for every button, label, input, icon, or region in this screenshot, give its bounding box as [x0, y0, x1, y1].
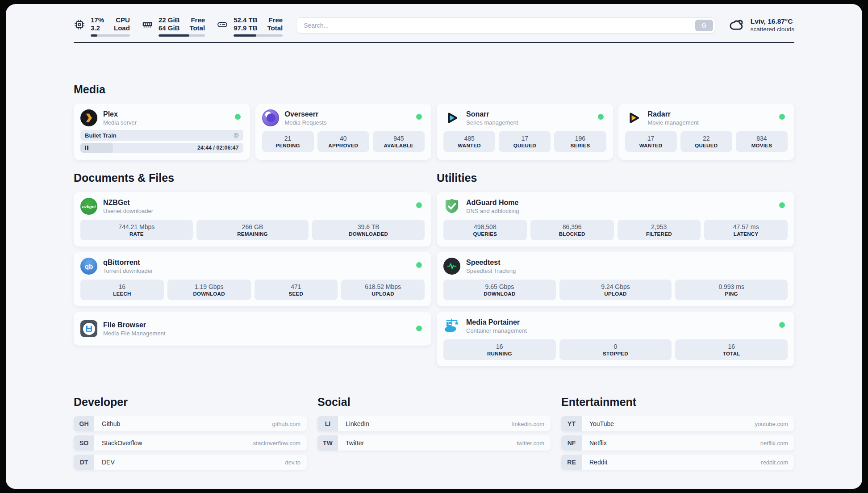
app-card-speedtest[interactable]: Speedtest Speedtest Tracking 9.65 Gbps D…: [437, 252, 794, 306]
bookmark-badge: RE: [561, 455, 582, 470]
cpu-usage-value: 17%: [91, 16, 104, 24]
stat-tile: 16 TOTAL: [675, 339, 788, 360]
cpu-label: CPU: [114, 16, 130, 24]
bookmark-twitter[interactable]: TW Twitter twitter.com: [317, 435, 551, 451]
section-title-entertainment: Entertainment: [561, 395, 794, 409]
status-dot: [779, 202, 785, 208]
bookmark-stackoverflow[interactable]: SO StackOverflow stackoverflow.com: [74, 435, 307, 451]
bookmark-badge: NF: [561, 435, 582, 451]
storage-free-value: 52.4 TB: [234, 16, 257, 24]
weather-condition: scattered clouds: [751, 25, 794, 33]
stat-tile: 39.6 TB DOWNLOADED: [312, 220, 425, 240]
status-dot: [235, 114, 241, 120]
stat-tile: 498,508 QUERIES: [443, 220, 527, 240]
plex-now-playing: Bullet Train 24:44 / 02:06:47: [80, 130, 243, 153]
stat-tile: 47.57 ms LATENCY: [704, 220, 788, 240]
section-title-developer: Developer: [74, 395, 307, 409]
app-card-nzbget[interactable]: nzbget NZBGet Usenet downloader 744.21 M…: [74, 192, 431, 246]
bookmark-badge: TW: [317, 435, 338, 451]
status-dot: [416, 114, 422, 120]
status-dot: [598, 114, 604, 120]
cpu-progress-bar: [91, 34, 130, 37]
stat-tile: 834 MOVIES: [736, 131, 788, 152]
stat-tile: 17 QUEUED: [499, 131, 551, 152]
bookmark-badge: YT: [561, 416, 582, 431]
memory-total-label: Total: [189, 24, 205, 32]
section-title-documents: Documents & Files: [74, 171, 431, 185]
portainer-crane-icon: [443, 318, 460, 334]
app-card-portainer[interactable]: Media Portainer Container management 16 …: [437, 312, 794, 366]
bookmark-reddit[interactable]: RE Reddit reddit.com: [561, 455, 794, 470]
app-description: Torrent downloader: [103, 267, 153, 275]
stat-tile: 485 WANTED: [443, 131, 495, 152]
cpu-icon: [74, 19, 85, 30]
status-dot: [779, 114, 785, 120]
app-name: qBittorrent: [103, 258, 153, 267]
stat-tile: 21 PENDING: [262, 131, 314, 152]
stat-tile: 17 WANTED: [625, 131, 677, 152]
player-time: 24:44 / 02:06:47: [197, 145, 243, 151]
search-input[interactable]: [296, 17, 715, 33]
cpu-stat: 17% 3.2 CPU Load: [74, 16, 130, 37]
bookmark-youtube[interactable]: YT YouTube youtube.com: [561, 416, 794, 431]
stat-tile: 16 LEECH: [80, 280, 164, 300]
app-card-adguard[interactable]: AdGuard Home DNS and adblocking 498,508 …: [437, 192, 794, 246]
sonarr-icon: [443, 109, 460, 126]
app-card-overseerr[interactable]: Overseerr Media Requests 21 PENDING 40 A…: [255, 104, 432, 160]
bookmark-badge: SO: [74, 435, 94, 451]
storage-total-label: Total: [267, 24, 283, 32]
bookmark-dev[interactable]: DT DEV dev.to: [74, 455, 307, 470]
app-name: Sonarr: [466, 110, 518, 119]
pause-icon: [85, 146, 88, 150]
storage-total-value: 97.9 TB: [234, 24, 257, 32]
app-card-plex[interactable]: Plex Media server Bullet Train: [74, 104, 250, 160]
app-card-sonarr[interactable]: Sonarr Series management 485 WANTED 17 Q…: [437, 104, 613, 160]
bookmark-github[interactable]: GH Github github.com: [74, 416, 307, 431]
adguard-shield-icon: [443, 198, 460, 215]
bookmark-linkedin[interactable]: LI LinkedIn linkedin.com: [317, 416, 551, 431]
app-description: Media Requests: [285, 119, 327, 126]
app-name: AdGuard Home: [466, 198, 519, 207]
speedtest-pulse-icon: [443, 258, 460, 275]
bookmark-netflix[interactable]: NF Netflix netflix.com: [561, 435, 794, 451]
scattered-clouds-icon: [729, 17, 745, 33]
stat-tile: 9.24 Gbps UPLOAD: [559, 280, 672, 300]
storage-progress-bar: [234, 34, 283, 37]
storage-stat: 52.4 TB 97.9 TB Free Total: [217, 16, 283, 37]
search-engine-button[interactable]: G: [695, 20, 713, 31]
memory-total-value: 64 GiB: [159, 24, 180, 32]
app-name: Plex: [103, 110, 137, 119]
app-card-qbittorrent[interactable]: qb qBittorrent Torrent downloader 16 LEE…: [74, 252, 431, 306]
storage-free-label: Free: [267, 16, 283, 24]
app-name: Overseerr: [285, 110, 327, 119]
system-stats: 17% 3.2 CPU Load: [74, 16, 283, 37]
app-description: Media server: [103, 119, 137, 126]
section-title-utilities: Utilities: [437, 171, 794, 185]
bookmark-badge: LI: [317, 416, 338, 431]
stat-tile: 0.993 ms PING: [675, 280, 788, 300]
header-divider: [74, 42, 794, 43]
status-dot: [416, 326, 422, 331]
app-name: File Browser: [103, 321, 165, 330]
app-name: Radarr: [648, 110, 699, 119]
app-card-filebrowser[interactable]: File Browser Media File Management: [74, 312, 431, 346]
stat-tile: 618.52 Mbps UPLOAD: [341, 280, 425, 300]
app-description: Container management: [466, 327, 527, 334]
app-card-radarr[interactable]: Radarr Movie management 17 WANTED 22 QUE…: [618, 104, 795, 160]
status-dot: [416, 262, 422, 268]
weather-widget: Lviv, 16.87°C scattered clouds: [729, 17, 794, 33]
radarr-icon: [625, 109, 642, 126]
hard-drive-icon: [217, 19, 228, 30]
app-description: Series management: [466, 119, 518, 126]
nzbget-icon: nzbget: [80, 198, 97, 215]
qbittorrent-icon: qb: [80, 258, 97, 275]
stat-tile: 22 QUEUED: [680, 131, 732, 152]
stat-tile: 9.65 Gbps DOWNLOAD: [443, 280, 556, 300]
overseerr-icon: [262, 109, 279, 126]
section-title-social: Social: [317, 395, 551, 409]
dashboard-page: 17% 3.2 CPU Load: [6, 4, 862, 489]
player-settings-icon[interactable]: [233, 132, 240, 139]
stat-tile: 0 STOPPED: [559, 339, 672, 360]
stat-tile: 16 RUNNING: [443, 339, 556, 360]
top-bar: 17% 3.2 CPU Load: [74, 4, 794, 37]
